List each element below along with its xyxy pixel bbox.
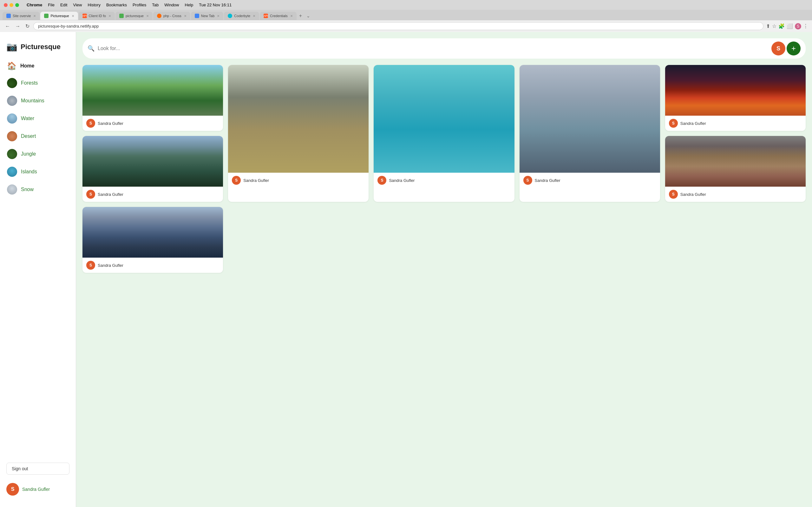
photo-image-8 [83,207,223,258]
sidebar-item-islands[interactable]: Islands [3,164,72,180]
new-tab-button[interactable]: + [297,13,304,19]
photo-image-6 [83,136,223,187]
sidebar-item-jungle[interactable]: Jungle [3,146,72,162]
author-name-7: Sandra Gufler [680,192,706,197]
logo-icon: 📷 [6,42,17,52]
user-avatar-button[interactable]: S [771,42,785,55]
tab-client-id[interactable]: API Client ID fo ✕ [79,12,115,20]
search-bar: 🔍 S + [83,38,806,59]
photo-card-2[interactable]: S Sandra Gufler [228,65,368,202]
minimize-window-button[interactable] [9,3,13,7]
photo-card-6[interactable]: S Sandra Gufler [83,136,223,202]
nav-section: 🏠 Home Forests Mountains Water Desert [0,58,76,459]
title-bar: Chrome File Edit View History Bookmarks … [0,0,812,10]
app-menu-window[interactable]: Window [164,3,179,7]
tab-overflow-button[interactable]: ⌄ [305,13,312,18]
author-avatar-1: S [86,119,95,128]
tab-close-icon[interactable]: ✕ [33,14,36,18]
app-menu-history[interactable]: History [88,3,100,7]
photo-author-4: S Sandra Gufler [519,173,660,188]
search-icon: 🔍 [88,45,95,52]
author-avatar-3: S [377,176,386,185]
profile-icon[interactable]: S [795,23,801,30]
app-menu-file[interactable]: File [48,3,55,7]
tab-bar: Site overvie ✕ Picturesque ✕ API Client … [0,10,812,20]
sidebar-item-forests[interactable]: Forests [3,75,72,91]
tab-label: Picturesque [50,14,69,18]
tab-credentials[interactable]: API Credentials ✕ [260,12,297,20]
address-input[interactable] [33,22,763,30]
tab-label: New Tab [201,14,215,18]
photo-card-5[interactable]: S Sandra Gufler [665,65,806,131]
sidebar-item-desert[interactable]: Desert [3,128,72,145]
more-options-icon[interactable]: ⋮ [803,23,808,29]
back-button[interactable]: ← [4,23,11,30]
desert-icon [7,131,17,141]
tab-close-icon[interactable]: ✕ [146,14,149,18]
author-name-5: Sandra Gufler [680,121,706,126]
sidebar-item-label-home: Home [20,63,34,69]
tab-close-icon[interactable]: ✕ [290,14,293,18]
sidebar-item-water[interactable]: Water [3,110,72,127]
app-menu-edit[interactable]: Edit [60,3,67,7]
add-photo-button[interactable]: + [786,42,801,55]
fullscreen-window-button[interactable] [15,3,19,7]
forward-button[interactable]: → [14,23,21,30]
bookmark-icon[interactable]: ☆ [772,23,776,29]
photo-card-3[interactable]: S Sandra Gufler [374,65,514,202]
photo-card-1[interactable]: S Sandra Gufler [83,65,223,131]
app-menu-chrome[interactable]: Chrome [27,3,42,7]
sidebar-item-mountains[interactable]: Mountains [3,93,72,109]
tab-close-icon[interactable]: ✕ [108,14,111,18]
app-container: 📷 Picturesque 🏠 Home Forests Mountains [0,32,812,507]
traffic-lights [4,3,19,7]
reload-button[interactable]: ↻ [24,22,31,30]
tab-close-icon[interactable]: ✕ [217,14,219,18]
tab-close-icon[interactable]: ✕ [72,14,74,18]
tab-picturesque2[interactable]: picturesque ✕ [115,12,153,20]
app-menu-view[interactable]: View [73,3,82,7]
tab-label: php - Cross [163,14,182,18]
sidebar-item-label-forests: Forests [21,80,38,86]
tab-coderbyte[interactable]: Coderbyte ✕ [224,12,259,20]
author-avatar-5: S [669,119,678,128]
extensions-icon[interactable]: 🧩 [778,23,785,29]
photo-image-3 [374,65,514,173]
forests-icon [7,78,17,88]
user-section: S Sandra Gufler [0,478,76,501]
author-avatar-4: S [523,176,532,185]
photo-image-4 [519,65,660,173]
logo: 📷 Picturesque [0,38,76,58]
split-view-icon[interactable]: ⬜ [786,23,793,29]
tab-label: picturesque [125,14,144,18]
photo-card-4[interactable]: S Sandra Gufler [519,65,660,202]
share-icon[interactable]: ⬆ [766,23,770,29]
tab-close-icon[interactable]: ✕ [253,14,255,18]
sidebar-item-snow[interactable]: Snow [3,181,72,198]
app-menu-bookmarks[interactable]: Bookmarks [106,3,127,7]
sign-out-button[interactable]: Sign out [6,463,69,475]
photo-card-7[interactable]: S Sandra Gufler [665,136,806,202]
photo-image-7 [665,136,806,187]
author-name-4: Sandra Gufler [535,178,560,183]
tab-new-tab[interactable]: New Tab ✕ [191,12,223,20]
sidebar-item-home[interactable]: 🏠 Home [3,58,72,73]
close-window-button[interactable] [4,3,8,7]
user-avatar[interactable]: S [6,483,19,496]
photo-card-8[interactable]: S Sandra Gufler [83,207,223,273]
tab-close-icon[interactable]: ✕ [184,14,187,18]
app-menu-tab[interactable]: Tab [152,3,159,7]
tab-site-overview[interactable]: Site overvie ✕ [3,12,40,20]
tab-picturesque[interactable]: Picturesque ✕ [40,12,78,20]
jungle-icon [7,149,17,159]
user-name: Sandra Gufler [22,487,50,492]
photo-image-5 [665,65,806,116]
main-content: 🔍 S + S Sandra Gufler S [76,32,812,507]
photo-author-6: S Sandra Gufler [83,187,223,202]
search-input[interactable] [98,46,768,51]
sidebar-item-label-islands: Islands [21,169,37,175]
app-menu-profiles[interactable]: Profiles [133,3,146,7]
app-menu-help[interactable]: Help [185,3,194,7]
tab-php-cross[interactable]: php - Cross ✕ [153,12,190,20]
author-name-2: Sandra Gufler [243,178,269,183]
